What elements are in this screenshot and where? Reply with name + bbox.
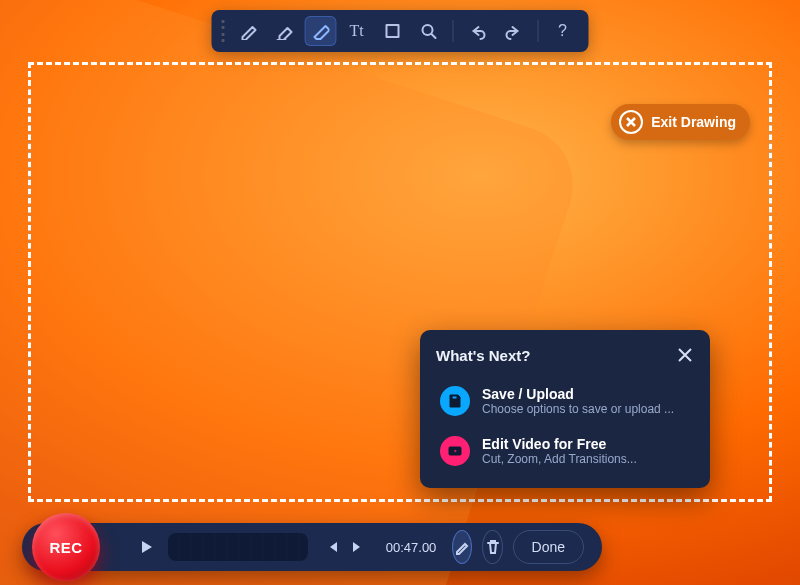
help-button[interactable]: ?: [547, 16, 579, 46]
timeline-scrubber[interactable]: [168, 533, 308, 561]
done-button[interactable]: Done: [513, 530, 584, 564]
popup-close-button[interactable]: [676, 346, 694, 364]
record-button[interactable]: REC: [32, 513, 100, 581]
play-icon: [138, 539, 154, 555]
skip-forward-button[interactable]: [346, 535, 370, 559]
annotation-toolbar: Tt ?: [212, 10, 589, 52]
done-label: Done: [532, 539, 565, 555]
whats-next-popup: What's Next? Save / Upload Choose option…: [420, 330, 710, 488]
edit-video-icon: [440, 436, 470, 466]
skip-back-icon: [325, 540, 339, 554]
popup-item-save-upload[interactable]: Save / Upload Choose options to save or …: [436, 378, 694, 424]
help-icon: ?: [558, 22, 567, 40]
eraser-tool[interactable]: [305, 16, 337, 46]
trash-icon: [485, 539, 501, 555]
popup-item-title: Save / Upload: [482, 386, 674, 402]
highlighter-tool[interactable]: [269, 16, 301, 46]
elapsed-time: 00:47.00: [386, 540, 437, 555]
pen-tool[interactable]: [233, 16, 265, 46]
play-button[interactable]: [134, 530, 158, 564]
magnifier-icon: [420, 22, 438, 40]
pen-icon: [454, 539, 470, 555]
playback-controls: 00:47.00 Done: [22, 523, 602, 571]
rectangle-tool[interactable]: [377, 16, 409, 46]
skip-back-button[interactable]: [320, 535, 344, 559]
exit-drawing-label: Exit Drawing: [651, 114, 736, 130]
magnifier-tool[interactable]: [413, 16, 445, 46]
popup-title: What's Next?: [436, 347, 530, 364]
record-label: REC: [49, 539, 82, 556]
highlighter-icon: [276, 22, 294, 40]
svg-rect-2: [452, 396, 457, 399]
text-tool[interactable]: Tt: [341, 16, 373, 46]
popup-item-edit-video[interactable]: Edit Video for Free Cut, Zoom, Add Trans…: [436, 428, 694, 474]
save-upload-icon: [440, 386, 470, 416]
popup-item-subtitle: Cut, Zoom, Add Transitions...: [482, 452, 637, 466]
popup-item-title: Edit Video for Free: [482, 436, 637, 452]
redo-icon: [505, 22, 523, 40]
skip-forward-icon: [351, 540, 365, 554]
toolbar-divider: [453, 20, 454, 42]
undo-button[interactable]: [462, 16, 494, 46]
rectangle-icon: [384, 22, 402, 40]
toolbar-divider: [538, 20, 539, 42]
toolbar-drag-handle[interactable]: [222, 20, 225, 42]
pen-icon: [240, 22, 258, 40]
svg-rect-0: [387, 25, 399, 37]
draw-toggle-button[interactable]: [452, 530, 472, 564]
popup-item-subtitle: Choose options to save or upload ...: [482, 402, 674, 416]
text-icon: Tt: [349, 22, 363, 40]
exit-drawing-button[interactable]: Exit Drawing: [611, 104, 750, 140]
undo-icon: [469, 22, 487, 40]
redo-button[interactable]: [498, 16, 530, 46]
close-circle-icon: [619, 110, 643, 134]
delete-button[interactable]: [482, 530, 502, 564]
close-icon: [676, 346, 694, 364]
eraser-icon: [312, 22, 330, 40]
